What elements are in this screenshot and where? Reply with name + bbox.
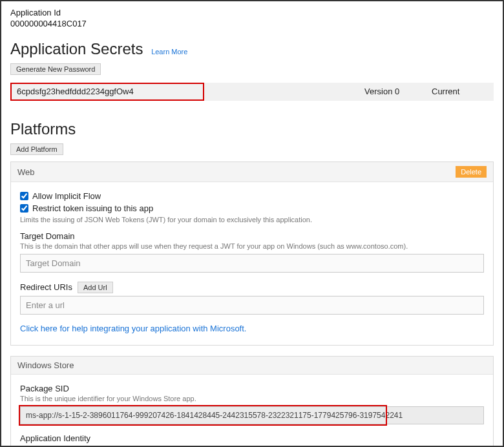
allow-implicit-checkbox[interactable] (20, 192, 28, 200)
secrets-title: Application Secrets Learn More (10, 40, 494, 58)
restrict-token-hint: Limits the issuing of JSON Web Tokens (J… (20, 216, 484, 224)
restrict-token-row[interactable]: Restrict token issuing to this app (20, 203, 484, 213)
redirect-uri-input[interactable] (20, 296, 484, 315)
restrict-token-label: Restrict token issuing to this app (32, 203, 153, 213)
secret-password-value: 6cpdsfg23hedfddd2234ggfOw4 (10, 83, 204, 101)
delete-web-button[interactable]: Delete (456, 166, 487, 178)
redirect-uris-label: Redirect URIs (20, 282, 72, 292)
add-platform-button[interactable]: Add Platform (10, 143, 63, 155)
app-identity-hint: To set your application's identity value… (20, 444, 484, 447)
allow-implicit-label: Allow Implicit Flow (32, 191, 101, 201)
add-url-button[interactable]: Add Url (78, 282, 113, 293)
windows-store-panel: Windows Store Package SID This is the un… (10, 356, 494, 447)
web-panel-title: Web (17, 167, 35, 177)
windows-store-title: Windows Store (17, 360, 74, 370)
target-domain-input[interactable] (20, 254, 484, 273)
platforms-title: Platforms (10, 120, 494, 138)
package-sid-label: Package SID (20, 384, 484, 393)
app-id-label: Application Id (10, 8, 494, 17)
secret-version: Version 0 (359, 83, 426, 101)
web-panel: Web Delete Allow Implicit Flow Restrict … (10, 161, 494, 346)
help-link[interactable]: Click here for help integrating your app… (20, 324, 246, 333)
secret-status: Current (426, 83, 494, 101)
package-sid-input[interactable] (20, 406, 484, 424)
target-domain-hint: This is the domain that other apps will … (20, 242, 484, 250)
app-identity-label: Application Identity (20, 433, 484, 443)
secrets-title-text: Application Secrets (10, 40, 143, 57)
allow-implicit-row[interactable]: Allow Implicit Flow (20, 191, 484, 201)
learn-more-link[interactable]: Learn More (151, 48, 187, 56)
generate-password-button[interactable]: Generate New Password (10, 63, 101, 75)
package-sid-hint: This is the unique identifier for your W… (20, 395, 484, 402)
restrict-token-checkbox[interactable] (20, 204, 28, 213)
app-id-value: 000000004418C017 (10, 19, 494, 28)
secret-row: 6cpdsfg23hedfddd2234ggfOw4 Version 0 Cur… (10, 83, 494, 101)
target-domain-label: Target Domain (20, 231, 484, 241)
